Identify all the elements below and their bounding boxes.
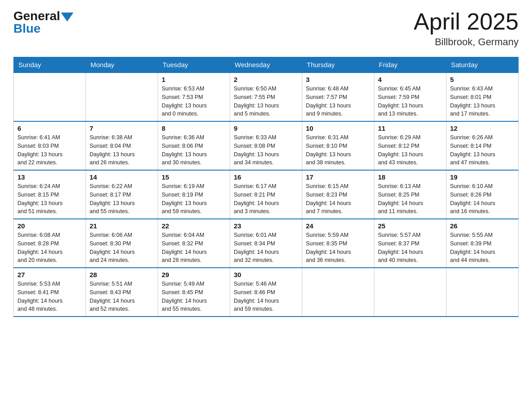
calendar-week-2: 6Sunrise: 6:41 AM Sunset: 8:03 PM Daylig… <box>14 121 519 170</box>
day-number: 15 <box>162 173 226 181</box>
day-info: Sunrise: 6:19 AM Sunset: 8:19 PM Dayligh… <box>162 182 226 216</box>
title-section: April 2025 Billbrook, Germany <box>414 9 519 48</box>
day-info: Sunrise: 6:04 AM Sunset: 8:32 PM Dayligh… <box>162 231 226 265</box>
day-number: 19 <box>450 173 515 181</box>
day-info: Sunrise: 6:13 AM Sunset: 8:25 PM Dayligh… <box>378 182 442 216</box>
column-header-saturday: Saturday <box>446 57 519 73</box>
day-number: 27 <box>17 271 82 278</box>
day-number: 10 <box>306 124 370 132</box>
day-info: Sunrise: 5:51 AM Sunset: 8:43 PM Dayligh… <box>90 280 154 313</box>
day-number: 18 <box>378 173 442 181</box>
calendar-cell: 26Sunrise: 5:55 AM Sunset: 8:39 PM Dayli… <box>446 219 519 268</box>
day-number: 11 <box>378 124 442 132</box>
day-number: 9 <box>234 124 298 132</box>
calendar-cell: 16Sunrise: 6:17 AM Sunset: 8:21 PM Dayli… <box>230 170 302 219</box>
day-info: Sunrise: 6:08 AM Sunset: 8:28 PM Dayligh… <box>17 231 82 265</box>
column-header-monday: Monday <box>86 57 158 73</box>
day-number: 6 <box>17 124 82 132</box>
day-number: 26 <box>450 222 515 230</box>
column-header-wednesday: Wednesday <box>230 57 302 73</box>
day-info: Sunrise: 6:36 AM Sunset: 8:06 PM Dayligh… <box>162 133 226 167</box>
day-info: Sunrise: 6:10 AM Sunset: 8:26 PM Dayligh… <box>450 182 515 216</box>
day-number: 22 <box>162 222 226 230</box>
day-info: Sunrise: 5:57 AM Sunset: 8:37 PM Dayligh… <box>378 231 442 265</box>
calendar-table: SundayMondayTuesdayWednesdayThursdayFrid… <box>13 57 519 317</box>
calendar-cell: 3Sunrise: 6:48 AM Sunset: 7:57 PM Daylig… <box>302 73 374 121</box>
calendar-cell: 12Sunrise: 6:26 AM Sunset: 8:14 PM Dayli… <box>446 121 519 170</box>
calendar-cell: 5Sunrise: 6:43 AM Sunset: 8:01 PM Daylig… <box>446 73 519 121</box>
day-number: 13 <box>17 173 82 181</box>
day-info: Sunrise: 6:41 AM Sunset: 8:03 PM Dayligh… <box>17 133 82 167</box>
day-info: Sunrise: 5:59 AM Sunset: 8:35 PM Dayligh… <box>306 231 370 265</box>
calendar-cell: 8Sunrise: 6:36 AM Sunset: 8:06 PM Daylig… <box>158 121 230 170</box>
location-text: Billbrook, Germany <box>414 36 519 48</box>
day-info: Sunrise: 6:33 AM Sunset: 8:08 PM Dayligh… <box>234 133 298 167</box>
day-info: Sunrise: 6:38 AM Sunset: 8:04 PM Dayligh… <box>90 133 154 167</box>
calendar-cell: 9Sunrise: 6:33 AM Sunset: 8:08 PM Daylig… <box>230 121 302 170</box>
day-info: Sunrise: 6:01 AM Sunset: 8:34 PM Dayligh… <box>234 231 298 265</box>
day-number: 21 <box>90 222 154 230</box>
column-header-friday: Friday <box>374 57 446 73</box>
month-title: April 2025 <box>414 9 519 34</box>
logo-arrow-icon <box>61 13 73 21</box>
day-info: Sunrise: 6:48 AM Sunset: 7:57 PM Dayligh… <box>306 85 370 118</box>
day-number: 30 <box>234 271 298 278</box>
calendar-cell: 10Sunrise: 6:31 AM Sunset: 8:10 PM Dayli… <box>302 121 374 170</box>
day-info: Sunrise: 6:06 AM Sunset: 8:30 PM Dayligh… <box>90 231 154 265</box>
calendar-cell: 20Sunrise: 6:08 AM Sunset: 8:28 PM Dayli… <box>14 219 86 268</box>
day-info: Sunrise: 5:53 AM Sunset: 8:41 PM Dayligh… <box>17 280 82 313</box>
calendar-cell: 14Sunrise: 6:22 AM Sunset: 8:17 PM Dayli… <box>86 170 158 219</box>
day-number: 14 <box>90 173 154 181</box>
day-info: Sunrise: 6:15 AM Sunset: 8:23 PM Dayligh… <box>306 182 370 216</box>
day-info: Sunrise: 6:31 AM Sunset: 8:10 PM Dayligh… <box>306 133 370 167</box>
calendar-week-3: 13Sunrise: 6:24 AM Sunset: 8:15 PM Dayli… <box>14 170 519 219</box>
calendar-cell: 11Sunrise: 6:29 AM Sunset: 8:12 PM Dayli… <box>374 121 446 170</box>
calendar-cell <box>446 268 519 317</box>
day-info: Sunrise: 5:49 AM Sunset: 8:45 PM Dayligh… <box>162 280 226 313</box>
calendar-cell: 4Sunrise: 6:45 AM Sunset: 7:59 PM Daylig… <box>374 73 446 121</box>
day-info: Sunrise: 6:53 AM Sunset: 7:53 PM Dayligh… <box>162 85 226 118</box>
day-number: 20 <box>17 222 82 230</box>
day-info: Sunrise: 5:46 AM Sunset: 8:46 PM Dayligh… <box>234 280 298 313</box>
day-number: 17 <box>306 173 370 181</box>
calendar-week-5: 27Sunrise: 5:53 AM Sunset: 8:41 PM Dayli… <box>14 268 519 317</box>
calendar-cell: 28Sunrise: 5:51 AM Sunset: 8:43 PM Dayli… <box>86 268 158 317</box>
day-info: Sunrise: 5:55 AM Sunset: 8:39 PM Dayligh… <box>450 231 515 265</box>
calendar-cell: 23Sunrise: 6:01 AM Sunset: 8:34 PM Dayli… <box>230 219 302 268</box>
logo-blue-text: Blue <box>13 21 41 36</box>
day-info: Sunrise: 6:29 AM Sunset: 8:12 PM Dayligh… <box>378 133 442 167</box>
day-number: 7 <box>90 124 154 132</box>
calendar-week-4: 20Sunrise: 6:08 AM Sunset: 8:28 PM Dayli… <box>14 219 519 268</box>
calendar-cell: 2Sunrise: 6:50 AM Sunset: 7:55 PM Daylig… <box>230 73 302 121</box>
calendar-cell: 15Sunrise: 6:19 AM Sunset: 8:19 PM Dayli… <box>158 170 230 219</box>
day-info: Sunrise: 6:24 AM Sunset: 8:15 PM Dayligh… <box>17 182 82 216</box>
calendar-week-1: 1Sunrise: 6:53 AM Sunset: 7:53 PM Daylig… <box>14 73 519 121</box>
calendar-cell <box>86 73 158 121</box>
calendar-cell: 25Sunrise: 5:57 AM Sunset: 8:37 PM Dayli… <box>374 219 446 268</box>
day-info: Sunrise: 6:45 AM Sunset: 7:59 PM Dayligh… <box>378 85 442 118</box>
column-header-tuesday: Tuesday <box>158 57 230 73</box>
calendar-cell: 1Sunrise: 6:53 AM Sunset: 7:53 PM Daylig… <box>158 73 230 121</box>
day-number: 28 <box>90 271 154 278</box>
calendar-cell: 29Sunrise: 5:49 AM Sunset: 8:45 PM Dayli… <box>158 268 230 317</box>
calendar-cell: 18Sunrise: 6:13 AM Sunset: 8:25 PM Dayli… <box>374 170 446 219</box>
calendar-cell: 17Sunrise: 6:15 AM Sunset: 8:23 PM Dayli… <box>302 170 374 219</box>
day-number: 3 <box>306 76 370 83</box>
day-info: Sunrise: 6:43 AM Sunset: 8:01 PM Dayligh… <box>450 85 515 118</box>
calendar-cell <box>374 268 446 317</box>
calendar-cell: 22Sunrise: 6:04 AM Sunset: 8:32 PM Dayli… <box>158 219 230 268</box>
calendar-cell: 30Sunrise: 5:46 AM Sunset: 8:46 PM Dayli… <box>230 268 302 317</box>
day-number: 8 <box>162 124 226 132</box>
page-header: General Blue April 2025 Billbrook, Germa… <box>13 9 519 48</box>
day-info: Sunrise: 6:22 AM Sunset: 8:17 PM Dayligh… <box>90 182 154 216</box>
calendar-cell: 27Sunrise: 5:53 AM Sunset: 8:41 PM Dayli… <box>14 268 86 317</box>
day-info: Sunrise: 6:17 AM Sunset: 8:21 PM Dayligh… <box>234 182 298 216</box>
day-number: 2 <box>234 76 298 83</box>
calendar-cell: 21Sunrise: 6:06 AM Sunset: 8:30 PM Dayli… <box>86 219 158 268</box>
logo: General Blue <box>13 9 73 36</box>
column-header-sunday: Sunday <box>14 57 86 73</box>
calendar-cell: 7Sunrise: 6:38 AM Sunset: 8:04 PM Daylig… <box>86 121 158 170</box>
day-number: 25 <box>378 222 442 230</box>
day-number: 16 <box>234 173 298 181</box>
day-number: 24 <box>306 222 370 230</box>
